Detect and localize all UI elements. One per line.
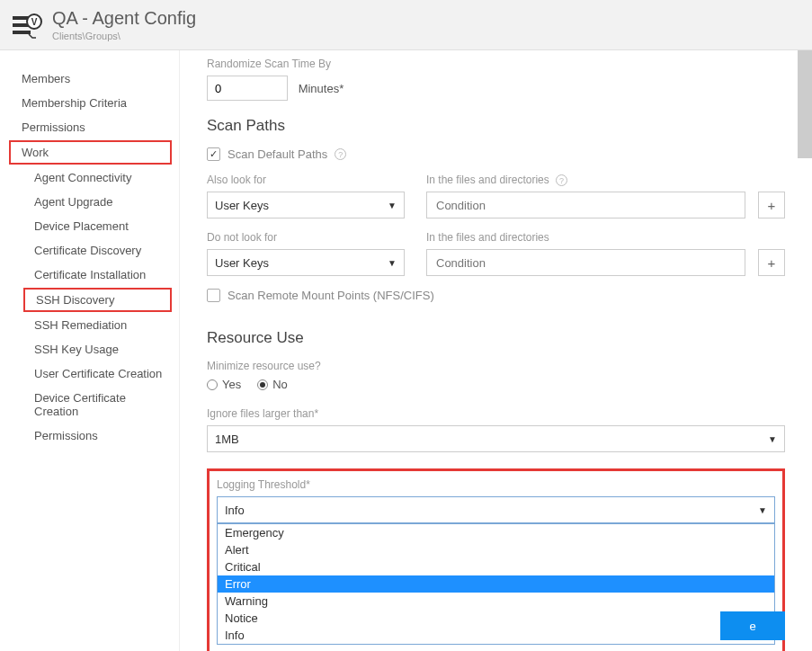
- logging-option-info[interactable]: Info: [218, 627, 774, 644]
- dont-look-value: User Keys: [215, 256, 269, 270]
- sidebar-item-ssh-remediation[interactable]: SSH Remediation: [0, 313, 179, 337]
- condition-input-2[interactable]: [426, 249, 745, 276]
- logging-dropdown-list: EmergencyAlertCriticalErrorWarningNotice…: [217, 523, 775, 645]
- ignore-files-value: 1MB: [215, 433, 239, 446]
- dont-look-label: Do not look for: [207, 231, 405, 244]
- randomize-label: Randomize Scan Time By: [207, 58, 785, 70]
- sidebar-nav: MembersMembership CriteriaPermissionsWor…: [0, 50, 180, 651]
- sidebar-item-certificate-installation[interactable]: Certificate Installation: [0, 263, 179, 287]
- add-condition-button-2[interactable]: +: [758, 249, 785, 276]
- logging-option-warning[interactable]: Warning: [218, 593, 774, 610]
- chevron-down-icon: ▼: [768, 434, 777, 444]
- svg-text:V: V: [31, 17, 38, 27]
- logging-option-emergency[interactable]: Emergency: [218, 524, 774, 541]
- in-files-label-1: In the files and directories ?: [426, 174, 745, 186]
- minimize-yes-radio[interactable]: Yes: [207, 378, 241, 391]
- chevron-down-icon: ▼: [388, 201, 397, 210]
- resource-heading: Resource Use: [207, 329, 785, 347]
- minimize-no-radio[interactable]: No: [257, 378, 288, 391]
- scan-paths-heading: Scan Paths: [207, 117, 785, 135]
- sidebar-item-members[interactable]: Members: [0, 67, 179, 91]
- main-content: Randomize Scan Time By Minutes* Scan Pat…: [180, 50, 812, 651]
- scan-default-label: Scan Default Paths: [228, 147, 327, 161]
- sidebar-item-work[interactable]: Work: [9, 140, 172, 165]
- svg-rect-2: [13, 31, 31, 34]
- sidebar-item-user-certificate-creation[interactable]: User Certificate Creation: [0, 361, 179, 386]
- save-button[interactable]: e: [720, 611, 785, 640]
- sidebar-item-device-placement[interactable]: Device Placement: [0, 214, 179, 238]
- page-title: QA - Agent Config: [52, 8, 196, 29]
- config-icon: V: [11, 11, 43, 40]
- page-header: V QA - Agent Config Clients\Groups\: [0, 0, 812, 50]
- logging-option-alert[interactable]: Alert: [218, 541, 774, 558]
- logging-section-highlight: Logging Threshold* Info ▼ EmergencyAlert…: [207, 468, 785, 651]
- sidebar-item-agent-connectivity[interactable]: Agent Connectivity: [0, 165, 179, 190]
- sidebar-item-agent-upgrade[interactable]: Agent Upgrade: [0, 190, 179, 214]
- help-icon[interactable]: ?: [556, 174, 567, 186]
- scan-default-checkbox[interactable]: [207, 147, 220, 161]
- minimize-label: Minimize resource use?: [207, 360, 785, 372]
- condition-input-1[interactable]: [426, 192, 745, 218]
- logging-option-notice[interactable]: Notice: [218, 610, 774, 627]
- sidebar-item-permissions[interactable]: Permissions: [0, 115, 179, 139]
- logging-label: Logging Threshold*: [217, 478, 775, 491]
- sidebar-item-ssh-key-usage[interactable]: SSH Key Usage: [0, 337, 179, 361]
- dont-look-select[interactable]: User Keys ▼: [207, 249, 405, 276]
- chevron-down-icon: ▼: [758, 505, 767, 515]
- add-condition-button-1[interactable]: +: [758, 192, 785, 218]
- randomize-unit: Minutes*: [299, 82, 344, 95]
- ignore-files-select[interactable]: 1MB ▼: [207, 425, 785, 452]
- scrollbar[interactable]: [798, 50, 812, 158]
- sidebar-item-permissions[interactable]: Permissions: [0, 424, 179, 448]
- sidebar-item-certificate-discovery[interactable]: Certificate Discovery: [0, 238, 179, 263]
- logging-option-error[interactable]: Error: [218, 575, 774, 593]
- logging-select[interactable]: Info ▼: [217, 496, 775, 523]
- also-look-label: Also look for: [207, 174, 405, 186]
- sidebar-item-device-certificate-creation[interactable]: Device Certificate Creation: [0, 386, 179, 424]
- logging-option-critical[interactable]: Critical: [218, 558, 774, 575]
- also-look-select[interactable]: User Keys ▼: [207, 192, 405, 218]
- logging-selected-value: Info: [225, 504, 245, 517]
- scan-remote-label: Scan Remote Mount Points (NFS/CIFS): [228, 289, 434, 302]
- help-icon[interactable]: ?: [335, 148, 346, 160]
- breadcrumb: Clients\Groups\: [52, 31, 196, 41]
- ignore-files-label: Ignore files larger than*: [207, 407, 785, 420]
- in-files-label-2: In the files and directories: [426, 231, 745, 244]
- chevron-down-icon: ▼: [388, 258, 397, 268]
- scan-remote-checkbox[interactable]: [207, 289, 220, 302]
- sidebar-item-ssh-discovery[interactable]: SSH Discovery: [23, 288, 172, 312]
- randomize-input[interactable]: [207, 76, 288, 101]
- also-look-value: User Keys: [215, 199, 269, 212]
- sidebar-item-membership-criteria[interactable]: Membership Criteria: [0, 91, 179, 115]
